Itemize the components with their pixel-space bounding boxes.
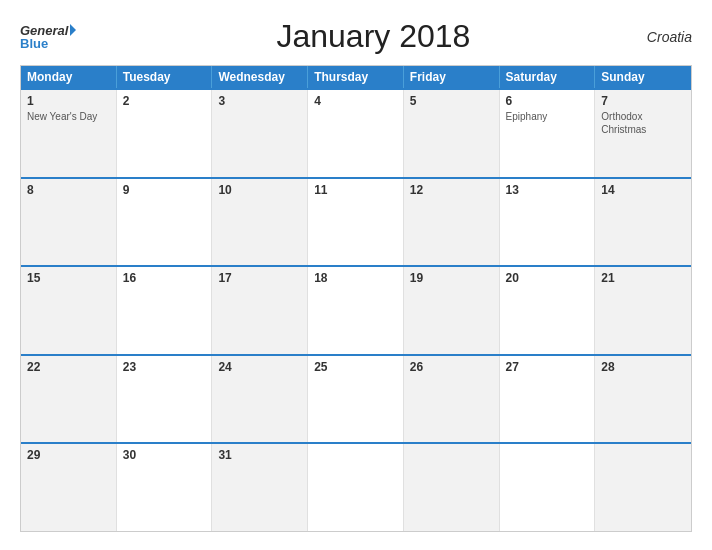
day-number: 9 [123, 183, 206, 197]
cal-cell [595, 444, 691, 531]
day-number: 8 [27, 183, 110, 197]
day-number: 19 [410, 271, 493, 285]
week-row-4: 22232425262728 [21, 354, 691, 443]
holiday-label: Epiphany [506, 111, 548, 122]
day-number: 16 [123, 271, 206, 285]
day-number: 1 [27, 94, 110, 108]
cal-cell: 30 [117, 444, 213, 531]
cal-cell: 13 [500, 179, 596, 266]
day-number: 12 [410, 183, 493, 197]
cal-cell [404, 444, 500, 531]
day-number: 3 [218, 94, 301, 108]
day-number: 26 [410, 360, 493, 374]
cal-cell: 24 [212, 356, 308, 443]
country-label: Croatia [647, 29, 692, 45]
cal-cell: 16 [117, 267, 213, 354]
calendar-grid: MondayTuesdayWednesdayThursdayFridaySatu… [20, 65, 692, 532]
cal-cell: 11 [308, 179, 404, 266]
week-row-1: 1New Year's Day23456Epiphany7Orthodox Ch… [21, 88, 691, 177]
day-number: 14 [601, 183, 685, 197]
cal-cell: 31 [212, 444, 308, 531]
cal-cell: 10 [212, 179, 308, 266]
day-number: 25 [314, 360, 397, 374]
cal-cell: 4 [308, 90, 404, 177]
day-number: 7 [601, 94, 685, 108]
cal-cell [500, 444, 596, 531]
cal-cell: 27 [500, 356, 596, 443]
day-number: 31 [218, 448, 301, 462]
calendar-header: MondayTuesdayWednesdayThursdayFridaySatu… [21, 66, 691, 88]
page-title: January 2018 [100, 18, 647, 55]
holiday-label: New Year's Day [27, 111, 97, 122]
week-row-3: 15161718192021 [21, 265, 691, 354]
cal-cell: 5 [404, 90, 500, 177]
day-number: 28 [601, 360, 685, 374]
day-number: 5 [410, 94, 493, 108]
cal-cell: 8 [21, 179, 117, 266]
page-header: General Blue January 2018 Croatia [20, 18, 692, 55]
day-number: 6 [506, 94, 589, 108]
day-number: 4 [314, 94, 397, 108]
cal-cell: 29 [21, 444, 117, 531]
day-number: 30 [123, 448, 206, 462]
cal-cell: 14 [595, 179, 691, 266]
header-day-tuesday: Tuesday [117, 66, 213, 88]
calendar-page: General Blue January 2018 Croatia Monday… [0, 0, 712, 550]
cal-cell: 1New Year's Day [21, 90, 117, 177]
day-number: 10 [218, 183, 301, 197]
cal-cell: 7Orthodox Christmas [595, 90, 691, 177]
cal-cell: 9 [117, 179, 213, 266]
header-day-sunday: Sunday [595, 66, 691, 88]
week-row-5: 293031 [21, 442, 691, 531]
cal-cell: 15 [21, 267, 117, 354]
logo-triangle-icon [70, 24, 76, 36]
header-day-wednesday: Wednesday [212, 66, 308, 88]
day-number: 23 [123, 360, 206, 374]
cal-cell: 22 [21, 356, 117, 443]
day-number: 18 [314, 271, 397, 285]
day-number: 24 [218, 360, 301, 374]
cal-cell: 25 [308, 356, 404, 443]
header-day-monday: Monday [21, 66, 117, 88]
header-day-thursday: Thursday [308, 66, 404, 88]
cal-cell: 21 [595, 267, 691, 354]
header-day-friday: Friday [404, 66, 500, 88]
cal-cell: 26 [404, 356, 500, 443]
logo-blue-text: Blue [20, 36, 100, 51]
cal-cell: 6Epiphany [500, 90, 596, 177]
day-number: 2 [123, 94, 206, 108]
cal-cell: 2 [117, 90, 213, 177]
cal-cell: 3 [212, 90, 308, 177]
cal-cell: 19 [404, 267, 500, 354]
day-number: 22 [27, 360, 110, 374]
calendar-body: 1New Year's Day23456Epiphany7Orthodox Ch… [21, 88, 691, 531]
cal-cell: 17 [212, 267, 308, 354]
header-day-saturday: Saturday [500, 66, 596, 88]
day-number: 20 [506, 271, 589, 285]
day-number: 11 [314, 183, 397, 197]
logo: General Blue [20, 23, 100, 51]
cal-cell [308, 444, 404, 531]
day-number: 27 [506, 360, 589, 374]
day-number: 29 [27, 448, 110, 462]
cal-cell: 18 [308, 267, 404, 354]
day-number: 15 [27, 271, 110, 285]
cal-cell: 12 [404, 179, 500, 266]
day-number: 13 [506, 183, 589, 197]
week-row-2: 891011121314 [21, 177, 691, 266]
cal-cell: 28 [595, 356, 691, 443]
day-number: 17 [218, 271, 301, 285]
cal-cell: 23 [117, 356, 213, 443]
cal-cell: 20 [500, 267, 596, 354]
holiday-label: Orthodox Christmas [601, 111, 646, 135]
day-number: 21 [601, 271, 685, 285]
